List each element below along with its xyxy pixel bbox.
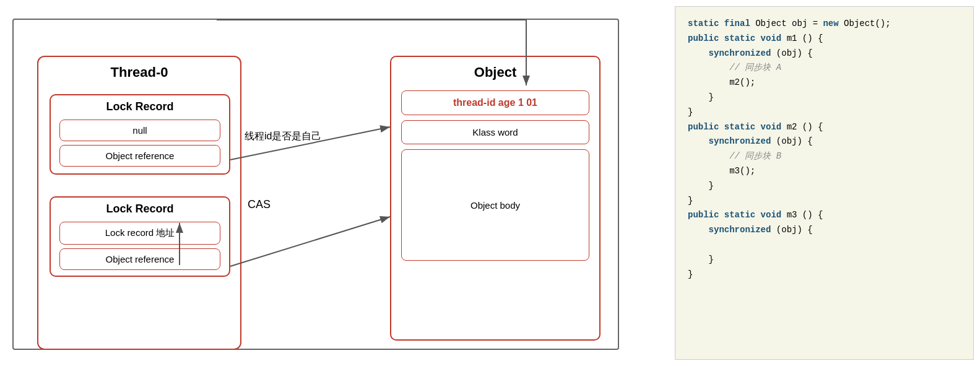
kw-public-1: public static void [688, 33, 781, 43]
code-line-9: synchronized (obj) { [688, 134, 961, 149]
lock-record-1: Lock Record null Object reference [50, 94, 230, 175]
code-line-12: } [688, 179, 961, 194]
code-line-1: static final Object obj = new Object(); [688, 17, 961, 32]
label-cas: CAS [248, 198, 271, 211]
kw-new: new [823, 19, 838, 28]
klass-cell: Klass word [401, 120, 589, 144]
lock-record-1-cell1: null [59, 120, 220, 141]
code-text-8: (obj) { [771, 225, 812, 235]
kw-static: static final [688, 19, 755, 28]
code-indent-1 [688, 48, 709, 58]
code-text-5: m2 () { [781, 122, 823, 132]
code-indent-2 [688, 63, 729, 72]
code-line-11: m3(); [688, 164, 961, 179]
lock-record-2-title: Lock Record [51, 198, 229, 218]
thread-title: Thread-0 [38, 57, 240, 85]
code-line-15: synchronized (obj) { [688, 223, 961, 238]
code-line-16 [688, 238, 961, 253]
lock-record-2-cell2: Object reference [59, 248, 220, 270]
code-indent-3: m2(); [688, 77, 755, 87]
kw-sync-1: synchronized [709, 48, 771, 58]
code-panel: static final Object obj = new Object(); … [675, 6, 974, 360]
code-indent-4 [688, 136, 709, 146]
label-check: 线程id是否是自己 [245, 130, 321, 143]
code-text-7: m3 () { [781, 210, 823, 220]
code-indent-5 [688, 151, 729, 161]
code-text-3: m1 () { [781, 33, 823, 43]
code-line-8: public static void m2 () { [688, 120, 961, 135]
code-indent-7 [688, 225, 709, 235]
main-container: Thread-0 Lock Record null Object referen… [6, 6, 974, 360]
code-line-5: m2(); [688, 76, 961, 90]
code-line-17: } [688, 253, 961, 268]
object-body-cell: Object body [401, 149, 589, 261]
lock-record-1-title: Lock Record [51, 95, 229, 116]
object-title: Object [391, 57, 599, 85]
lock-record-2: Lock Record Lock record 地址 Object refere… [50, 196, 230, 277]
code-line-4: // 同步块 A [688, 61, 961, 76]
comment-1: // 同步块 A [729, 63, 781, 72]
code-text-6: (obj) { [771, 136, 812, 146]
code-text-4: (obj) { [771, 48, 812, 58]
kw-sync-2: synchronized [709, 136, 771, 146]
code-line-14: public static void m3 () { [688, 208, 961, 223]
code-line-10: // 同步块 B [688, 149, 961, 164]
thread-id-cell: thread-id age 1 01 [401, 90, 589, 115]
lock-record-2-cell1: Lock record 地址 [59, 222, 220, 245]
kw-sync-3: synchronized [709, 225, 771, 235]
code-line-3: synchronized (obj) { [688, 46, 961, 61]
code-indent-6: m3(); [688, 166, 755, 176]
object-box: Object thread-id age 1 01 Klass word Obj… [390, 56, 601, 341]
code-line-6: } [688, 90, 961, 105]
kw-public-3: public static void [688, 210, 781, 220]
diagram-area: Thread-0 Lock Record null Object referen… [6, 6, 662, 360]
lock-record-1-cell2: Object reference [59, 145, 220, 167]
code-text-2: Object(); [839, 19, 891, 28]
code-line-7: } [688, 105, 961, 120]
thread-box: Thread-0 Lock Record null Object referen… [37, 56, 241, 350]
code-line-13: } [688, 194, 961, 209]
kw-public-2: public static void [688, 122, 781, 132]
code-line-18: } [688, 268, 961, 282]
code-line-2: public static void m1 () { [688, 32, 961, 46]
code-text-1: Object obj = [755, 19, 823, 28]
comment-2: // 同步块 B [729, 151, 781, 161]
